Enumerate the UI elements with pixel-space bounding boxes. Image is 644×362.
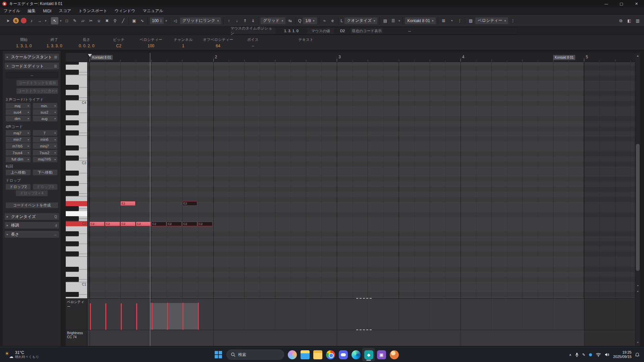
taskbar-app-chromium[interactable] [388, 348, 400, 361]
layout-left-zone-button[interactable]: ◧ [626, 17, 633, 24]
time-format-button[interactable]: ◔ [448, 17, 455, 24]
piano-key-52[interactable] [66, 140, 88, 145]
info-field-1[interactable]: 終了1. 3. 3. 0 [38, 35, 70, 50]
chord-min6-button[interactable]: min6▸ [33, 137, 57, 142]
chord-aug-button[interactable]: aug▸ [33, 116, 57, 121]
title-bar[interactable]: ◆ キーエディター: Kontakt 8 01 — ▢ ✕ [0, 0, 644, 7]
velocity-bar[interactable] [121, 303, 122, 330]
chord-expand-arrow-icon[interactable]: ▸ [55, 158, 56, 161]
event-display-button[interactable]: ▣ [130, 17, 138, 24]
chord-maj7-button[interactable]: maj7▸ [6, 130, 31, 136]
piano-key-28[interactable] [66, 261, 88, 266]
piano-key-65[interactable] [66, 75, 88, 80]
create-chord-event-button[interactable]: コードイベントを作成 [6, 202, 58, 208]
velocity-lane-header[interactable]: ベロシティー [66, 299, 88, 330]
chord-expand-arrow-icon[interactable]: ▸ [55, 111, 56, 114]
chord-expand-arrow-icon[interactable]: ▸ [28, 104, 29, 107]
length-section[interactable]: ▸長さ↔ [5, 231, 59, 238]
zoom-in-lane-icon[interactable]: + [635, 341, 640, 344]
notification-bell-icon[interactable] [635, 353, 639, 357]
length-quantize-select[interactable]: クオンタイズ▾ [344, 17, 378, 24]
more-options-button[interactable]: ⋮ [456, 17, 463, 24]
info-field-7[interactable]: ボイス– [237, 35, 269, 50]
info-field-4[interactable]: ベロシティー100 [135, 35, 167, 50]
menu-item-3[interactable]: スコア [55, 7, 75, 14]
vertical-scrollbar[interactable]: ▲ ● + + [635, 53, 640, 346]
part-select[interactable]: Kontakt 8 01▾ [405, 17, 436, 24]
transpose-section[interactable]: ▸移調♯ [5, 222, 59, 229]
piano-key-26[interactable] [66, 272, 88, 277]
piano-key-24[interactable]: C1 [66, 282, 88, 287]
piano-key-50[interactable] [66, 150, 88, 156]
microphone-icon[interactable] [575, 353, 579, 357]
line-tool[interactable]: ╱ [119, 17, 127, 24]
chord-expand-arrow-icon[interactable]: ▸ [28, 151, 29, 154]
taskbar-app-cubase[interactable]: ◆ [362, 348, 375, 361]
stepper-down-icon[interactable]: ▾ [160, 21, 162, 23]
cc-lane-header[interactable]: Brightness CC 74 [66, 330, 88, 346]
setup-window-layout-button[interactable]: ▥ [634, 17, 641, 24]
selection-tool-caret[interactable]: ▾ [59, 19, 62, 22]
draw-tool[interactable]: ✎ [71, 17, 78, 24]
acoustic-feedback-button[interactable] [21, 18, 26, 23]
midi-note-c2-3[interactable]: C2 [136, 222, 151, 226]
scrollbar-thumb[interactable] [636, 144, 640, 271]
piano-key-55[interactable] [66, 125, 88, 130]
chord-min--button[interactable]: min.▸ [33, 103, 57, 109]
piano-key-36[interactable]: C2 [66, 221, 88, 226]
taskbar-app-copilot[interactable] [286, 348, 299, 361]
minimize-button[interactable]: — [599, 0, 614, 7]
chord-expand-arrow-icon[interactable]: ▸ [28, 158, 29, 161]
chord-minj7-button[interactable]: minj7▸ [33, 143, 57, 149]
drop-2-4-button[interactable]: ドロップ2 + 4 [16, 190, 48, 196]
taskbar-app-box3d[interactable]: ▣ [375, 348, 388, 361]
pin-editor-button[interactable]: ➤ [4, 17, 12, 24]
stepper-arrows[interactable]: ▴▾ [160, 19, 162, 23]
midi-note-c2-6[interactable]: C2 [182, 222, 197, 226]
auto-scroll-button[interactable]: → [36, 17, 43, 24]
quantize-panel-button[interactable]: e [329, 17, 336, 24]
pianoroll-mode-button[interactable]: ▤ [381, 17, 389, 24]
muted-velocity-bar[interactable] [198, 303, 199, 330]
piano-key-23[interactable] [66, 287, 88, 292]
grid-link-select[interactable]: グリッドにリンク▾ [180, 17, 222, 24]
chord-expand-arrow-icon[interactable]: ▸ [55, 151, 56, 154]
midi-note-c2-7[interactable]: C2 [198, 222, 213, 226]
velocity-bar[interactable] [136, 303, 137, 330]
muted-velocity-block[interactable] [150, 303, 199, 330]
cc-lane-resize-handle[interactable] [356, 329, 372, 330]
audition-icon[interactable]: ♪ [28, 17, 35, 24]
scale-assistant-section[interactable]: ▸スケールアシスタント⊞ [5, 54, 59, 60]
drop-2-button[interactable]: ドロップ2 [6, 184, 31, 190]
muted-velocity-bar[interactable] [182, 303, 183, 330]
menu-item-0[interactable]: ファイル [0, 7, 24, 14]
feedback-speaker-button[interactable]: ◁ [172, 17, 179, 24]
chord-expand-arrow-icon[interactable]: ▸ [55, 131, 56, 134]
piano-key-67[interactable] [66, 65, 88, 70]
nudge-down-button[interactable]: ↓ [233, 17, 240, 24]
chord-min7-button[interactable]: min7▸ [6, 137, 31, 142]
chord-7sus4-button[interactable]: 7sus4▸ [6, 150, 31, 156]
piano-key-48[interactable]: C3 [66, 161, 88, 166]
quantize-preset-select[interactable]: 1/8▾ [303, 17, 317, 24]
piano-key-64[interactable] [66, 80, 88, 85]
pen-icon[interactable]: ✎ [582, 353, 585, 357]
auto-scroll-options-caret[interactable]: ▾ [44, 19, 47, 22]
midi-note-c2-1[interactable]: C2 [105, 222, 120, 226]
info-field-2[interactable]: 長さ0. 0. 2. 0 [70, 35, 103, 50]
velocity-bar[interactable] [90, 303, 91, 330]
piano-key-sharp-68[interactable] [66, 62, 88, 65]
add-chord-track-button[interactable]: コードトラックを追加 [16, 80, 58, 86]
info-field-0[interactable]: 開始1. 3. 1. 0 [9, 35, 38, 50]
chord-7-button[interactable]: 7▸ [33, 130, 57, 136]
piano-key-33[interactable] [66, 236, 88, 241]
zoom-tool[interactable]: ⚲ [111, 17, 119, 24]
taskbar-app-folder[interactable] [311, 348, 324, 361]
move-down-button[interactable]: 下へ移動 [33, 170, 57, 175]
menu-item-6[interactable]: マニュアル [139, 7, 167, 14]
solo-editor-button[interactable]: S [13, 18, 19, 23]
chord-expand-arrow-icon[interactable]: ▸ [28, 117, 29, 120]
transpose-down-button[interactable]: ⇓ [249, 17, 257, 24]
timeline-ruler[interactable]: 2345Kontakt 8 01Kontakt 8 01 [88, 53, 635, 62]
chord-expand-arrow-icon[interactable]: ▸ [55, 144, 56, 147]
